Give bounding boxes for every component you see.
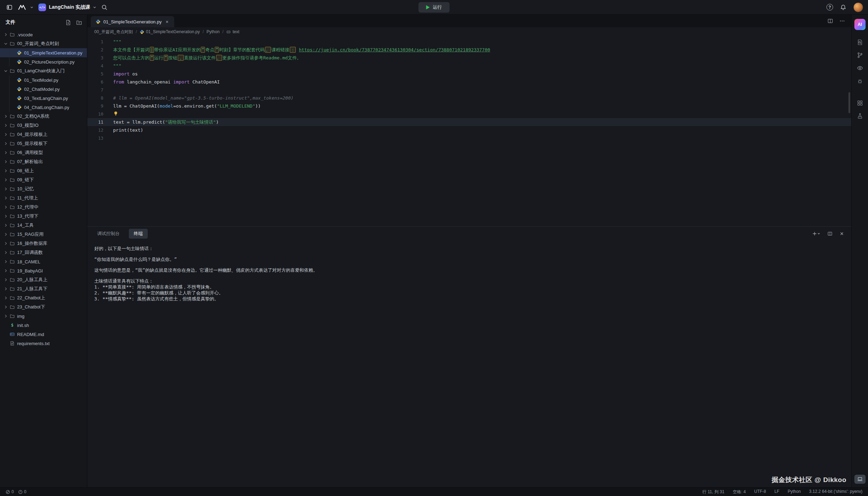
code-line-7[interactable]: 7: [87, 86, 851, 94]
editor[interactable]: 1"""2本文件是【开篇词|带你亲证AI应用开发的“奇点”时刻】章节的配套代码。…: [87, 36, 851, 226]
code-line-10[interactable]: 10: [87, 110, 851, 118]
tree-file-01_SimpleTextGeneration.py[interactable]: 01_SimpleTextGeneration.py: [0, 48, 87, 57]
extensions-icon[interactable]: [857, 100, 863, 106]
tree-folder-.vscode[interactable]: .vscode: [0, 30, 87, 39]
search-icon[interactable]: [100, 3, 109, 12]
bell-icon[interactable]: [839, 3, 848, 12]
line-number: 2: [87, 46, 103, 54]
tree-folder-01_LangChain快速入门[interactable]: 01_LangChain快速入门: [0, 66, 87, 75]
preview-icon[interactable]: [857, 65, 863, 71]
status-item[interactable]: UTF-8: [754, 489, 766, 495]
tree-file-02_PictureDescription.py[interactable]: 02_PictureDescription.py: [0, 57, 87, 66]
project-switcher[interactable]: </> LangChain 实战课: [38, 3, 96, 11]
tree-file-requirements.txt[interactable]: requirements.txt: [0, 339, 87, 348]
close-icon[interactable]: [164, 19, 170, 24]
tree-folder-02_文档QA系统[interactable]: 02_文档QA系统: [0, 112, 87, 121]
tree-folder-04_提示模板上[interactable]: 04_提示模板上: [0, 130, 87, 139]
code-line-3[interactable]: 3您可以点击上方的“运行”按钮，直接运行该文件。更多操作指引请参考Readme.…: [87, 54, 851, 62]
tree-folder-21_人脉工具下[interactable]: 21_人脉工具下: [0, 284, 87, 293]
breadcrumb-item[interactable]: 01_SimpleTextGeneration.py: [140, 29, 200, 34]
editor-tab[interactable]: 01_SimpleTextGeneration.py: [91, 16, 174, 27]
code-line-13[interactable]: 13: [87, 134, 851, 142]
avatar[interactable]: [853, 2, 863, 12]
tree-folder-23_Chatbot下[interactable]: 23_Chatbot下: [0, 302, 87, 312]
tree-folder-10_记忆[interactable]: 10_记忆: [0, 184, 87, 194]
tree-folder-14_工具[interactable]: 14_工具: [0, 221, 87, 230]
code-line-8[interactable]: 8# llm = OpenAI(model_name="gpt-3.5-turb…: [87, 94, 851, 102]
tree-folder-09_链下[interactable]: 09_链下: [0, 175, 87, 184]
chevron-down-icon[interactable]: [30, 6, 34, 9]
code-area: 1"""2本文件是【开篇词|带你亲证AI应用开发的“奇点”时刻】章节的配套代码。…: [87, 38, 851, 142]
status-item[interactable]: 3.12.2 64-bit ('shims': pyenv): [809, 489, 862, 495]
panel-tab-终端[interactable]: 终端: [129, 229, 148, 239]
breadcrumb-item[interactable]: 00_开篇词_奇点时刻: [94, 29, 133, 35]
sidebar-toggle-icon[interactable]: [5, 3, 14, 12]
line-number: 11: [87, 118, 103, 126]
lightbulb-icon[interactable]: [113, 111, 118, 116]
remote-device-icon[interactable]: [854, 475, 866, 484]
tree-folder-17_回调函数[interactable]: 17_回调函数: [0, 248, 87, 257]
tree-folder-18_CAMEL[interactable]: 18_CAMEL: [0, 257, 87, 266]
tree-folder-16_操作数据库[interactable]: 16_操作数据库: [0, 239, 87, 248]
tree-folder-06_调用模型[interactable]: 06_调用模型: [0, 148, 87, 157]
status-item[interactable]: Python: [788, 489, 801, 495]
tree-item-label: 02_PictureDescription.py: [24, 59, 75, 65]
tree-file-01_TextModel.py[interactable]: 01_TextModel.py: [0, 75, 87, 85]
code-line-1[interactable]: 1""": [87, 38, 851, 46]
breadcrumb-item[interactable]: text: [226, 29, 239, 34]
tree-folder-20_人脉工具上[interactable]: 20_人脉工具上: [0, 275, 87, 284]
status-item[interactable]: 空格: 4: [733, 489, 746, 495]
tree-folder-img[interactable]: img: [0, 312, 87, 321]
tree-folder-03_模型IO[interactable]: 03_模型IO: [0, 121, 87, 130]
tree-file-03_TextLangChain.py[interactable]: 03_TextLangChain.py: [0, 94, 87, 103]
status-item[interactable]: LF: [774, 489, 779, 495]
code-line-6[interactable]: 6from langchain_openai import ChatOpenAI: [87, 78, 851, 86]
code-line-4[interactable]: 4""": [87, 62, 851, 70]
tree-folder-22_Chatbot上[interactable]: 22_Chatbot上: [0, 293, 87, 302]
code-line-5[interactable]: 5import os: [87, 70, 851, 78]
tree-folder-15_RAG应用[interactable]: 15_RAG应用: [0, 230, 87, 239]
editor-scrollbar[interactable]: [848, 92, 850, 113]
source-control-icon[interactable]: [857, 52, 863, 58]
code-line-9[interactable]: 9llm = ChatOpenAI(model=os.environ.get("…: [87, 102, 851, 110]
code-text: """: [103, 38, 121, 46]
more-actions-icon[interactable]: [839, 18, 845, 24]
tree-folder-12_代理中[interactable]: 12_代理中: [0, 203, 87, 212]
status-item[interactable]: 行 11, 列 31: [702, 489, 724, 495]
tree-folder-08_链上[interactable]: 08_链上: [0, 166, 87, 175]
new-folder-icon[interactable]: [76, 20, 82, 25]
tree-file-init.sh[interactable]: $init.sh: [0, 321, 87, 330]
split-editor-icon[interactable]: [827, 18, 833, 24]
tree-file-02_ChatModel.py[interactable]: 02_ChatModel.py: [0, 85, 87, 94]
panel-tab-调试控制台[interactable]: 调试控制台: [94, 229, 123, 239]
help-icon[interactable]: ?: [826, 4, 833, 10]
chevron-right-icon: [3, 277, 8, 283]
tree-folder-00_开篇词_奇点时刻[interactable]: 00_开篇词_奇点时刻: [0, 39, 87, 48]
problems-errors[interactable]: 0: [6, 489, 14, 494]
new-file-icon[interactable]: [65, 20, 71, 25]
tree-folder-19_BabyAGI[interactable]: 19_BabyAGI: [0, 266, 87, 275]
tree-item-label: 01_SimpleTextGeneration.py: [24, 50, 82, 56]
code-line-12[interactable]: 12print(text): [87, 126, 851, 134]
tree-folder-05_提示模板下[interactable]: 05_提示模板下: [0, 139, 87, 148]
tree-folder-07_解析输出[interactable]: 07_解析输出: [0, 157, 87, 166]
tree-file-04_ChatLongChain.py[interactable]: 04_ChatLongChain.py: [0, 103, 87, 112]
tree-folder-13_代理下[interactable]: 13_代理下: [0, 212, 87, 221]
experiments-icon[interactable]: [857, 113, 863, 119]
new-terminal-icon[interactable]: [812, 231, 821, 236]
split-terminal-icon[interactable]: [827, 231, 832, 236]
code-line-2[interactable]: 2本文件是【开篇词|带你亲证AI应用开发的“奇点”时刻】章节的配套代码。课程链接…: [87, 46, 851, 54]
breadcrumb-item[interactable]: Python: [206, 29, 219, 34]
chevron-right-icon: [3, 241, 8, 246]
tree-file-README.md[interactable]: README.md: [0, 330, 87, 339]
code-line-11[interactable]: 11text = llm.predict("请给我写一句土味情话"): [87, 118, 851, 126]
terminal-output[interactable]: 好的，以下是一句土味情话：“你知道我的缺点是什么吗？是缺点你。”这句情话的意思是…: [87, 241, 851, 487]
tree-folder-11_代理上[interactable]: 11_代理上: [0, 194, 87, 203]
problems-warnings[interactable]: 0: [18, 489, 27, 494]
close-panel-icon[interactable]: [839, 231, 844, 236]
ai-assistant-button[interactable]: AI: [854, 19, 866, 30]
debug-icon[interactable]: [857, 78, 863, 84]
run-button[interactable]: 运行: [419, 2, 450, 13]
app-logo[interactable]: [17, 3, 27, 12]
doc-search-icon[interactable]: [857, 39, 863, 45]
